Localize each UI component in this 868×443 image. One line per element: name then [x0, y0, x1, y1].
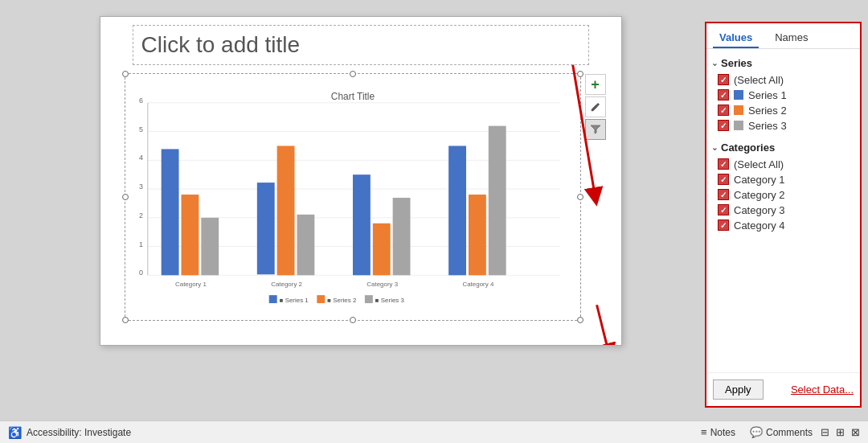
accessibility-icon: ♿ [8, 426, 22, 439]
handle-tc[interactable] [350, 71, 356, 77]
svg-rect-29 [488, 126, 506, 276]
comments-item[interactable]: 💬 Comments [750, 426, 813, 438]
cat-4-checkbox[interactable] [718, 219, 729, 231]
apply-button[interactable]: Apply [713, 379, 764, 400]
series-2-checkbox[interactable] [718, 105, 729, 116]
chart-filters-button[interactable] [585, 119, 606, 140]
series-3-checkbox[interactable] [718, 120, 729, 131]
handle-bl[interactable] [122, 317, 129, 323]
cat-select-all-checkbox[interactable] [718, 158, 729, 170]
slide-canvas: Click to add title Chart Title 0 [100, 16, 622, 346]
series-3-color [734, 121, 743, 130]
series-3-item[interactable]: Series 3 [711, 118, 855, 133]
view-normal-icon[interactable]: ⊟ [821, 426, 829, 438]
series-1-checkbox[interactable] [718, 89, 729, 100]
svg-rect-31 [268, 295, 276, 303]
panel-content: ⌄ Series (Select All) Series 1 Series 2 [706, 49, 860, 372]
series-section-header: ⌄ Series [711, 54, 855, 72]
svg-text:■ Series 3: ■ Series 3 [375, 297, 404, 304]
view-slide-icon[interactable]: ⊞ [836, 426, 845, 438]
chart-title-text: Chart Title [330, 91, 375, 102]
series-2-item[interactable]: Series 2 [711, 103, 855, 118]
tab-values[interactable]: Values [713, 28, 759, 48]
panel-footer: Apply Select Data... [706, 372, 860, 406]
handle-tl[interactable] [122, 71, 129, 77]
notes-label: Notes [710, 427, 735, 438]
series-select-all-checkbox[interactable] [718, 74, 729, 85]
svg-text:6: 6 [138, 96, 142, 105]
svg-rect-27 [448, 146, 466, 275]
chart-buttons: + [585, 74, 606, 140]
svg-rect-17 [201, 218, 219, 275]
svg-rect-24 [372, 224, 390, 276]
series-chevron: ⌄ [711, 59, 718, 68]
svg-rect-19 [256, 183, 274, 274]
cat-4-item[interactable]: Category 4 [711, 218, 855, 233]
cat-select-all-label: (Select All) [734, 158, 784, 170]
series-select-all-label: (Select All) [734, 74, 784, 86]
status-bar: ♿ Accessibility: Investigate ≡ Notes 💬 C… [0, 420, 868, 443]
select-data-link[interactable]: Select Data... [791, 384, 854, 396]
svg-rect-28 [468, 195, 485, 275]
tab-names[interactable]: Names [768, 28, 814, 48]
cat-1-item[interactable]: Category 1 [711, 172, 855, 187]
svg-text:4: 4 [138, 154, 142, 162]
add-element-button[interactable]: + [585, 74, 606, 95]
series-select-all-item[interactable]: (Select All) [711, 72, 855, 88]
chart-svg: Chart Title 0 1 2 3 4 5 6 [125, 74, 580, 320]
notes-item[interactable]: ≡ Notes [701, 426, 735, 438]
svg-text:0: 0 [138, 269, 142, 277]
handle-tr[interactable] [577, 71, 583, 77]
svg-line-39 [596, 305, 608, 345]
title-placeholder[interactable]: Click to add title [133, 25, 589, 65]
svg-text:Category 3: Category 3 [366, 281, 398, 288]
svg-text:Category 2: Category 2 [271, 281, 302, 288]
series-1-label: Series 1 [748, 89, 787, 101]
svg-text:Category 4: Category 4 [462, 281, 493, 288]
status-center: ≡ Notes 💬 Comments [701, 426, 813, 438]
svg-rect-15 [161, 149, 178, 275]
view-reading-icon[interactable]: ⊠ [851, 426, 860, 438]
svg-text:1: 1 [138, 240, 142, 248]
cat-1-checkbox[interactable] [718, 174, 729, 185]
cat-3-checkbox[interactable] [718, 204, 729, 215]
handle-ml[interactable] [122, 194, 129, 200]
cat-2-checkbox[interactable] [718, 189, 729, 200]
status-right: ⊟ ⊞ ⊠ [821, 426, 860, 438]
cat-2-item[interactable]: Category 2 [711, 187, 855, 203]
comments-label: Comments [766, 427, 813, 438]
cat-3-item[interactable]: Category 3 [711, 203, 855, 218]
slide-area: Click to add title Chart Title 0 [0, 8, 705, 420]
series-header-label: Series [721, 57, 752, 69]
title-text: Click to add title [141, 32, 301, 58]
svg-text:Category 1: Category 1 [175, 281, 207, 288]
handle-bc[interactable] [350, 317, 356, 323]
right-panel: Values Names ⌄ Series (Select All) Serie… [705, 22, 862, 408]
svg-rect-21 [297, 215, 314, 275]
series-2-color [734, 105, 743, 115]
chart-container[interactable]: Chart Title 0 1 2 3 4 5 6 [125, 73, 581, 321]
categories-section-header: ⌄ Categories [711, 138, 855, 157]
series-1-item[interactable]: Series 1 [711, 88, 855, 103]
svg-text:5: 5 [138, 125, 142, 133]
status-left: ♿ Accessibility: Investigate [8, 426, 701, 439]
svg-rect-20 [276, 146, 294, 275]
series-1-color [734, 90, 743, 100]
chart-styles-button[interactable] [585, 96, 606, 117]
svg-text:3: 3 [138, 183, 142, 191]
notes-icon: ≡ [701, 426, 707, 438]
svg-text:■ Series 1: ■ Series 1 [279, 297, 309, 304]
handle-mr[interactable] [577, 194, 583, 200]
svg-rect-33 [317, 295, 325, 303]
series-2-label: Series 2 [748, 105, 787, 117]
svg-rect-35 [364, 295, 372, 303]
comments-icon: 💬 [750, 426, 763, 438]
handle-br[interactable] [577, 317, 583, 323]
categories-header-label: Categories [721, 142, 775, 154]
cat-2-label: Category 2 [734, 189, 785, 201]
cat-1-label: Category 1 [734, 174, 785, 186]
svg-text:■ Series 2: ■ Series 2 [327, 297, 357, 304]
svg-rect-16 [181, 195, 199, 275]
panel-tabs: Values Names [706, 23, 860, 49]
cat-select-all-item[interactable]: (Select All) [711, 157, 855, 172]
